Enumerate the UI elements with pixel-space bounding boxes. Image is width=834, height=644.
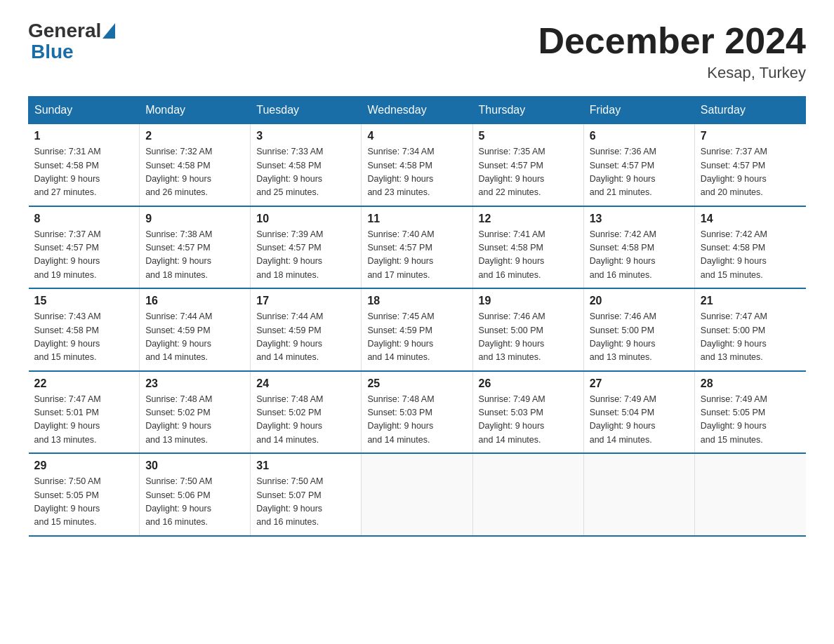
day-info: Sunrise: 7:41 AMSunset: 4:58 PMDaylight:… (479, 228, 578, 283)
calendar-week-row: 1Sunrise: 7:31 AMSunset: 4:58 PMDaylight… (29, 124, 806, 206)
calendar-table: SundayMondayTuesdayWednesdayThursdayFrid… (28, 96, 806, 537)
day-number: 16 (145, 295, 244, 307)
calendar-cell: 18Sunrise: 7:45 AMSunset: 4:59 PMDayligh… (362, 288, 472, 371)
calendar-week-row: 15Sunrise: 7:43 AMSunset: 4:58 PMDayligh… (29, 288, 806, 371)
calendar-cell: 31Sunrise: 7:50 AMSunset: 5:07 PMDayligh… (251, 453, 362, 536)
calendar-cell: 21Sunrise: 7:47 AMSunset: 5:00 PMDayligh… (694, 288, 805, 371)
day-number: 31 (256, 459, 355, 472)
day-info: Sunrise: 7:36 AMSunset: 4:57 PMDaylight:… (590, 145, 689, 200)
calendar-cell: 28Sunrise: 7:49 AMSunset: 5:05 PMDayligh… (694, 371, 805, 454)
calendar-cell: 25Sunrise: 7:48 AMSunset: 5:03 PMDayligh… (362, 371, 472, 454)
logo-text: General (28, 21, 115, 41)
day-info: Sunrise: 7:48 AMSunset: 5:02 PMDaylight:… (145, 393, 244, 448)
calendar-cell: 26Sunrise: 7:49 AMSunset: 5:03 PMDayligh… (472, 371, 583, 454)
day-number: 9 (145, 213, 244, 225)
calendar-cell: 8Sunrise: 7:37 AMSunset: 4:57 PMDaylight… (29, 206, 140, 289)
day-info: Sunrise: 7:50 AMSunset: 5:06 PMDaylight:… (145, 475, 244, 530)
day-number: 8 (34, 213, 134, 225)
calendar-subtitle: Kesap, Turkey (538, 64, 806, 82)
day-info: Sunrise: 7:31 AMSunset: 4:58 PMDaylight:… (34, 145, 134, 200)
day-info: Sunrise: 7:46 AMSunset: 5:00 PMDaylight:… (479, 310, 578, 365)
day-number: 23 (145, 377, 244, 390)
calendar-cell: 16Sunrise: 7:44 AMSunset: 4:59 PMDayligh… (140, 288, 251, 371)
day-number: 6 (590, 130, 689, 142)
weekday-header-monday: Monday (140, 97, 251, 124)
day-info: Sunrise: 7:43 AMSunset: 4:58 PMDaylight:… (34, 310, 134, 365)
title-block: December 2024 Kesap, Turkey (538, 21, 806, 82)
day-info: Sunrise: 7:42 AMSunset: 4:58 PMDaylight:… (701, 228, 800, 283)
day-number: 12 (479, 213, 578, 225)
calendar-cell: 3Sunrise: 7:33 AMSunset: 4:58 PMDaylight… (251, 124, 362, 206)
calendar-cell: 11Sunrise: 7:40 AMSunset: 4:57 PMDayligh… (362, 206, 472, 289)
calendar-cell: 13Sunrise: 7:42 AMSunset: 4:58 PMDayligh… (583, 206, 694, 289)
calendar-cell (362, 453, 472, 536)
day-number: 18 (367, 295, 466, 307)
logo-blue-text: Blue (31, 41, 74, 63)
day-number: 25 (367, 377, 466, 390)
calendar-cell (583, 453, 694, 536)
weekday-header-row: SundayMondayTuesdayWednesdayThursdayFrid… (29, 97, 806, 124)
day-info: Sunrise: 7:50 AMSunset: 5:07 PMDaylight:… (256, 475, 355, 530)
day-number: 11 (367, 213, 466, 225)
calendar-cell: 30Sunrise: 7:50 AMSunset: 5:06 PMDayligh… (140, 453, 251, 536)
day-info: Sunrise: 7:46 AMSunset: 5:00 PMDaylight:… (590, 310, 689, 365)
day-number: 3 (256, 130, 355, 142)
weekday-header-wednesday: Wednesday (362, 97, 472, 124)
day-info: Sunrise: 7:32 AMSunset: 4:58 PMDaylight:… (145, 145, 244, 200)
calendar-cell: 12Sunrise: 7:41 AMSunset: 4:58 PMDayligh… (472, 206, 583, 289)
day-number: 10 (256, 213, 355, 225)
day-info: Sunrise: 7:37 AMSunset: 4:57 PMDaylight:… (701, 145, 800, 200)
day-info: Sunrise: 7:48 AMSunset: 5:02 PMDaylight:… (256, 393, 355, 448)
day-number: 27 (590, 377, 689, 390)
day-number: 17 (256, 295, 355, 307)
logo: General Blue (28, 21, 115, 63)
calendar-cell: 27Sunrise: 7:49 AMSunset: 5:04 PMDayligh… (583, 371, 694, 454)
day-number: 7 (701, 130, 800, 142)
day-number: 29 (34, 459, 134, 472)
calendar-cell (472, 453, 583, 536)
day-info: Sunrise: 7:39 AMSunset: 4:57 PMDaylight:… (256, 228, 355, 283)
day-info: Sunrise: 7:47 AMSunset: 5:01 PMDaylight:… (34, 393, 134, 448)
calendar-title: December 2024 (538, 21, 806, 61)
calendar-cell: 4Sunrise: 7:34 AMSunset: 4:58 PMDaylight… (362, 124, 472, 206)
calendar-week-row: 8Sunrise: 7:37 AMSunset: 4:57 PMDaylight… (29, 206, 806, 289)
day-number: 20 (590, 295, 689, 307)
calendar-cell: 22Sunrise: 7:47 AMSunset: 5:01 PMDayligh… (29, 371, 140, 454)
calendar-cell: 19Sunrise: 7:46 AMSunset: 5:00 PMDayligh… (472, 288, 583, 371)
day-number: 28 (701, 377, 800, 390)
day-info: Sunrise: 7:47 AMSunset: 5:00 PMDaylight:… (701, 310, 800, 365)
day-info: Sunrise: 7:45 AMSunset: 4:59 PMDaylight:… (367, 310, 466, 365)
day-info: Sunrise: 7:48 AMSunset: 5:03 PMDaylight:… (367, 393, 466, 448)
day-info: Sunrise: 7:34 AMSunset: 4:58 PMDaylight:… (367, 145, 466, 200)
weekday-header-tuesday: Tuesday (251, 97, 362, 124)
day-number: 4 (367, 130, 466, 142)
logo-general-text: General (28, 21, 101, 41)
day-info: Sunrise: 7:49 AMSunset: 5:05 PMDaylight:… (701, 393, 800, 448)
calendar-cell: 20Sunrise: 7:46 AMSunset: 5:00 PMDayligh… (583, 288, 694, 371)
day-info: Sunrise: 7:50 AMSunset: 5:05 PMDaylight:… (34, 475, 134, 530)
day-number: 1 (34, 130, 134, 142)
day-number: 15 (34, 295, 134, 307)
day-info: Sunrise: 7:44 AMSunset: 4:59 PMDaylight:… (256, 310, 355, 365)
calendar-cell: 10Sunrise: 7:39 AMSunset: 4:57 PMDayligh… (251, 206, 362, 289)
day-info: Sunrise: 7:49 AMSunset: 5:04 PMDaylight:… (590, 393, 689, 448)
calendar-cell: 1Sunrise: 7:31 AMSunset: 4:58 PMDaylight… (29, 124, 140, 206)
calendar-cell: 6Sunrise: 7:36 AMSunset: 4:57 PMDaylight… (583, 124, 694, 206)
calendar-week-row: 29Sunrise: 7:50 AMSunset: 5:05 PMDayligh… (29, 453, 806, 536)
day-info: Sunrise: 7:42 AMSunset: 4:58 PMDaylight:… (590, 228, 689, 283)
day-number: 14 (701, 213, 800, 225)
logo-triangle-icon (102, 23, 115, 39)
calendar-week-row: 22Sunrise: 7:47 AMSunset: 5:01 PMDayligh… (29, 371, 806, 454)
calendar-cell: 24Sunrise: 7:48 AMSunset: 5:02 PMDayligh… (251, 371, 362, 454)
calendar-cell: 14Sunrise: 7:42 AMSunset: 4:58 PMDayligh… (694, 206, 805, 289)
day-info: Sunrise: 7:40 AMSunset: 4:57 PMDaylight:… (367, 228, 466, 283)
day-info: Sunrise: 7:37 AMSunset: 4:57 PMDaylight:… (34, 228, 134, 283)
calendar-cell: 2Sunrise: 7:32 AMSunset: 4:58 PMDaylight… (140, 124, 251, 206)
calendar-cell: 5Sunrise: 7:35 AMSunset: 4:57 PMDaylight… (472, 124, 583, 206)
page-header: General Blue December 2024 Kesap, Turkey (28, 21, 806, 82)
weekday-header-sunday: Sunday (29, 97, 140, 124)
day-number: 30 (145, 459, 244, 472)
day-info: Sunrise: 7:49 AMSunset: 5:03 PMDaylight:… (479, 393, 578, 448)
calendar-cell: 9Sunrise: 7:38 AMSunset: 4:57 PMDaylight… (140, 206, 251, 289)
day-number: 19 (479, 295, 578, 307)
